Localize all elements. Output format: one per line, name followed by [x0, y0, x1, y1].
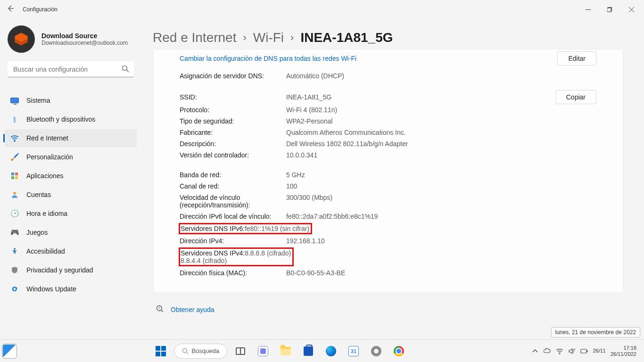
prop-row: Versión del controlador:10.0.0.341 — [180, 149, 596, 161]
prop-label: Servidores DNS IPv6: — [181, 225, 245, 232]
network-card: Cambiar la configuración de DNS para tod… — [153, 49, 623, 293]
edit-button[interactable]: Editar — [557, 51, 596, 66]
search-icon — [182, 348, 189, 354]
nav-label: Personalización — [26, 153, 73, 161]
help[interactable]: ? Obtener ayuda — [153, 293, 623, 315]
nav-label: Bluetooth y dispositivos — [26, 115, 95, 123]
clock[interactable]: 17:18 26/11/2022 — [611, 345, 639, 357]
prop-row: Velocidad de vínculo (recepción/transmis… — [180, 192, 596, 211]
system-tray[interactable] — [531, 347, 588, 355]
gear-icon — [371, 346, 381, 356]
nav-label: Aplicaciones — [26, 172, 64, 180]
close-button[interactable] — [620, 2, 642, 17]
nav-icon: 🎮 — [9, 228, 20, 237]
prop-value: Dell Wireless 1802 802.11a/b/g/n Adapter — [286, 140, 596, 148]
maximize-button[interactable] — [599, 2, 620, 17]
prop-value: B0-C0-90-55-A3-BE — [286, 269, 596, 277]
nav-item-juegos[interactable]: 🎮Juegos — [5, 223, 137, 241]
calendar-button[interactable]: 31 — [344, 342, 363, 361]
breadcrumb-network[interactable]: Red e Internet — [153, 30, 236, 45]
prop-label: Asignación de servidor DNS: — [180, 72, 286, 80]
edge-icon — [326, 346, 336, 356]
explorer-button[interactable] — [276, 342, 295, 361]
chevron-right-icon: › — [243, 32, 246, 44]
nav-item-windows-update[interactable]: Windows Update — [5, 280, 137, 298]
volume-icon — [568, 347, 576, 355]
svg-text:?: ? — [158, 307, 160, 310]
nav-item-privacidad-y-seguridad[interactable]: Privacidad y seguridad — [5, 261, 137, 279]
prop-row: Servidores DNS IPv6:fe80::1%19 (sin cifr… — [180, 222, 596, 235]
help-link[interactable]: Obtener ayuda — [171, 306, 215, 313]
prop-label: Dirección IPv4: — [180, 237, 286, 245]
chrome-icon — [394, 346, 404, 356]
prop-row: Protocolo:Wi-Fi 4 (802.11n) — [180, 104, 596, 115]
taskbar-center: Búsqueda 31 — [28, 342, 531, 361]
nav-icon — [9, 172, 20, 180]
nav-icon — [9, 266, 20, 274]
nav-label: Juegos — [26, 229, 48, 236]
nav-label: Windows Update — [26, 285, 76, 293]
nav-item-personalizaci-n[interactable]: 🖌️Personalización — [5, 148, 137, 166]
settings-button[interactable] — [367, 342, 386, 361]
nav-item-hora-e-idioma[interactable]: 🕒Hora e idioma — [5, 205, 137, 222]
svg-rect-15 — [587, 350, 588, 352]
widgets-button[interactable] — [3, 345, 16, 358]
edge-button[interactable] — [322, 342, 340, 361]
svg-point-3 — [14, 140, 16, 142]
date-tooltip: lunes, 21 de noviembre de 2022 — [551, 327, 640, 337]
minimize-button[interactable] — [577, 2, 599, 17]
nav-label: Cuentas — [26, 191, 51, 198]
prop-label: Descripción: — [180, 140, 286, 148]
prop-row: Dirección IPv4:192.168.1.10 — [180, 235, 596, 247]
nav-icon — [9, 134, 20, 142]
prop-label: Banda de red: — [180, 171, 286, 179]
prop-row: Descripción:Dell Wireless 1802 802.11a/b… — [180, 138, 596, 149]
nav-item-red-e-internet[interactable]: Red e Internet — [5, 129, 137, 147]
prop-row: Dirección IPv6 local de vínculo:fe80::2d… — [180, 211, 596, 222]
search-input[interactable] — [8, 61, 134, 77]
taskbar-search-label: Búsqueda — [191, 347, 219, 354]
prop-label: Dirección IPv6 local de vínculo: — [180, 213, 286, 220]
nav-label: Hora e idioma — [26, 210, 67, 217]
nav-icon — [9, 285, 20, 293]
prop-value: fe80::1%19 (sin cifrar) — [245, 225, 309, 232]
prop-label: Tipo de seguridad: — [180, 117, 286, 125]
profile[interactable]: Download Source Downloadsourcenet@outloo… — [0, 25, 141, 61]
search-box[interactable] — [8, 61, 134, 77]
chrome-button[interactable] — [389, 342, 408, 361]
prop-value: WPA2-Personal — [286, 117, 596, 125]
nav-item-accesibilidad[interactable]: Accesibilidad — [5, 242, 137, 260]
clock-secondary[interactable]: 26/11 — [593, 348, 606, 354]
prop-value: 10.0.0.341 — [286, 151, 596, 159]
breadcrumb: Red e Internet › Wi-Fi › INEA-1A81_5G — [153, 30, 623, 45]
taskbar: Búsqueda 31 26/11 17:18 26/11/2022 — [0, 339, 644, 362]
nav-item-aplicaciones[interactable]: Aplicaciones — [5, 167, 137, 185]
prop-value: 100 — [286, 182, 596, 190]
svg-rect-14 — [581, 349, 586, 353]
prop-value: 5 GHz — [286, 171, 596, 179]
copy-button[interactable]: Copiar — [555, 90, 596, 104]
nav-icon — [9, 247, 20, 255]
prop-row: Banda de red:5 GHz — [180, 169, 596, 181]
change-dns-link[interactable]: Cambiar la configuración de DNS para tod… — [180, 55, 356, 62]
start-button[interactable] — [151, 342, 170, 361]
breadcrumb-wifi[interactable]: Wi-Fi — [253, 30, 284, 45]
nav-item-bluetooth-y-dispositivos[interactable]: ᛒBluetooth y dispositivos — [5, 110, 137, 128]
prop-label: SSID: — [180, 93, 286, 101]
nav-label: Privacidad y seguridad — [26, 266, 93, 274]
window-title: Configuración — [19, 6, 58, 13]
nav-item-cuentas[interactable]: Cuentas — [5, 186, 137, 204]
prop-label: Dirección física (MAC): — [180, 269, 286, 277]
svg-rect-7 — [15, 176, 18, 179]
prop-label: Protocolo: — [180, 106, 286, 114]
prop-value: Automático (DHCP) — [286, 72, 596, 80]
store-icon — [304, 346, 313, 356]
back-button[interactable] — [2, 5, 19, 14]
store-button[interactable] — [299, 342, 318, 361]
taskbar-search[interactable]: Búsqueda — [174, 344, 227, 359]
svg-rect-1 — [607, 8, 611, 12]
svg-rect-4 — [11, 173, 14, 175]
task-view-button[interactable] — [231, 342, 250, 361]
nav-item-sistema[interactable]: Sistema — [5, 91, 137, 109]
chat-button[interactable] — [254, 342, 272, 361]
